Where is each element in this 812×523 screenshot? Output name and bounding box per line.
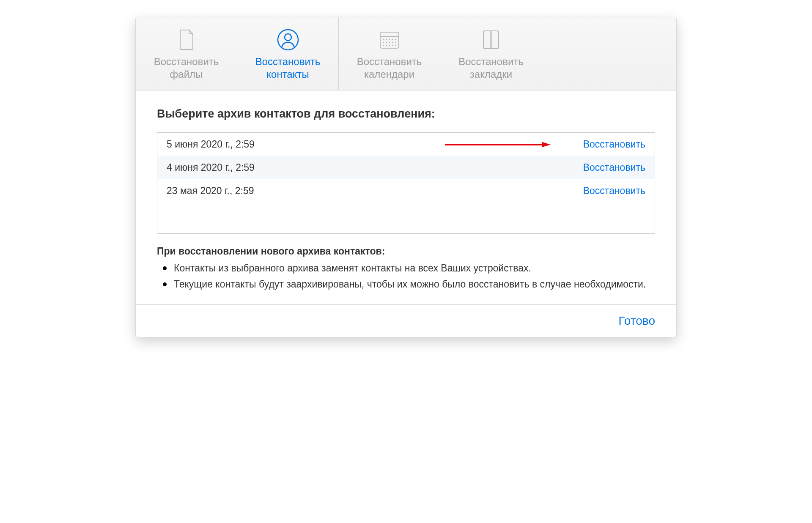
bookmark-icon [444,27,538,52]
content-heading: Выберите архив контактов для восстановле… [157,107,655,120]
restore-dialog: Восстановить файлы Восстановить контакты [135,17,677,337]
bullet-item: Контакты из выбранного архива заменят ко… [157,261,655,275]
svg-point-0 [278,30,298,50]
tab-label: Восстановить календари [343,55,436,81]
archive-row: 5 июня 2020 г., 2:59 Восстановить [157,133,655,156]
svg-marker-21 [542,142,551,147]
svg-point-9 [383,42,384,43]
svg-point-14 [383,45,384,46]
svg-point-18 [395,45,396,46]
svg-point-15 [386,45,387,46]
archive-list: 5 июня 2020 г., 2:59 Восстановить 4 июня… [157,132,655,234]
info-bullets: Контакты из выбранного архива заменят ко… [157,261,655,291]
svg-point-8 [395,39,396,40]
arrow-annotation-icon [445,141,551,148]
restore-link[interactable]: Восстановить [583,139,645,150]
tab-label: Восстановить контакты [241,55,334,81]
tab-restore-bookmarks[interactable]: Восстановить закладки [440,17,542,90]
tab-restore-contacts[interactable]: Восстановить контакты [237,17,339,90]
archive-date: 5 июня 2020 г., 2:59 [167,139,255,150]
contact-icon [241,27,334,52]
archive-date: 23 мая 2020 г., 2:59 [167,185,254,197]
svg-point-12 [392,42,393,43]
archive-row: 23 мая 2020 г., 2:59 Восстановить [157,179,655,203]
svg-point-1 [285,34,291,41]
tab-label: Восстановить закладки [444,55,538,81]
tab-restore-files[interactable]: Восстановить файлы [136,17,237,90]
svg-point-13 [395,42,396,43]
done-button[interactable]: Готово [619,314,655,328]
restore-link[interactable]: Восстановить [583,185,645,197]
tab-label: Восстановить файлы [140,55,233,81]
dialog-footer: Готово [136,304,676,337]
svg-point-4 [383,39,384,40]
svg-point-7 [392,39,393,40]
bullet-item: Текущие контакты будут заархивированы, ч… [157,277,655,291]
svg-point-16 [389,45,390,46]
svg-point-5 [386,39,387,40]
content-area: Выберите архив контактов для восстановле… [136,90,676,304]
archive-row: 4 июня 2020 г., 2:59 Восстановить [157,156,655,179]
restore-link[interactable]: Восстановить [583,162,645,173]
svg-point-10 [386,42,387,43]
calendar-icon [343,27,436,52]
file-icon [140,27,233,52]
info-heading: При восстановлении нового архива контакт… [157,246,655,257]
svg-point-6 [389,39,390,40]
svg-point-17 [392,45,393,46]
restore-tabs: Восстановить файлы Восстановить контакты [136,17,676,90]
archive-date: 4 июня 2020 г., 2:59 [167,162,255,173]
svg-point-11 [389,42,390,43]
tab-restore-calendars[interactable]: Восстановить календари [339,17,440,90]
